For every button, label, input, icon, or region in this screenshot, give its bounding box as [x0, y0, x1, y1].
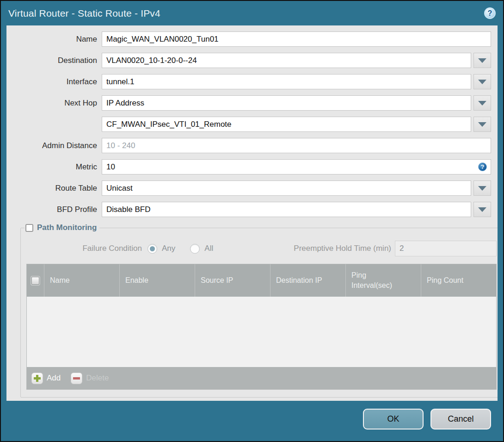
select-all-checkbox[interactable]: [31, 277, 39, 285]
interface-label: Interface: [13, 77, 102, 87]
next-hop-type-input[interactable]: [102, 95, 471, 111]
route-table-dropdown-button[interactable]: [473, 181, 491, 196]
preemptive-hold-time-label: Preemptive Hold Time (min): [294, 244, 395, 253]
bfd-profile-input[interactable]: [102, 202, 471, 217]
bfd-profile-dropdown-button[interactable]: [473, 202, 491, 217]
interface-input[interactable]: [102, 74, 471, 89]
form-row-interface: Interface: [13, 74, 491, 89]
delete-button-label: Delete: [86, 374, 109, 383]
dialog-body: Name Destination Interface Next Hop: [6, 25, 498, 401]
metric-label: Metric: [13, 162, 102, 172]
destination-input[interactable]: [102, 53, 471, 68]
table-header-ping-count[interactable]: Ping Count: [421, 264, 496, 297]
metric-help-icon[interactable]: ?: [478, 162, 487, 171]
table-header-enable[interactable]: Enable: [119, 264, 195, 297]
delete-button[interactable]: Delete: [71, 373, 109, 384]
failure-condition-label: Failure Condition: [24, 244, 148, 253]
path-monitoring-checkbox[interactable]: [25, 224, 33, 232]
table-header-row: Name Enable Source IP Destination IP Pin…: [27, 264, 496, 297]
table-footer-toolbar: Add Delete: [27, 367, 496, 389]
radio-unselected-icon: [190, 244, 200, 254]
bfd-profile-label: BFD Profile: [13, 205, 102, 214]
path-monitoring-title: Path Monitoring: [37, 223, 97, 232]
next-hop-address-input[interactable]: [102, 117, 471, 132]
failure-condition-any-label: Any: [162, 244, 175, 253]
dialog-titlebar: Virtual Router - Static Route - IPv4 ?: [1, 1, 503, 25]
destination-dropdown-button[interactable]: [473, 53, 491, 68]
next-hop-label: Next Hop: [13, 99, 102, 108]
form-row-next-hop-address: [13, 117, 491, 132]
add-button-label: Add: [47, 374, 61, 383]
table-header-ping-interval[interactable]: Ping Interval(sec): [345, 264, 421, 297]
admin-distance-label: Admin Distance: [13, 141, 102, 150]
destination-label: Destination: [13, 56, 102, 65]
add-icon: [31, 373, 43, 384]
form-row-destination: Destination: [13, 53, 491, 68]
form-row-route-table: Route Table: [13, 181, 491, 196]
table-body-empty[interactable]: [27, 297, 496, 367]
preemptive-hold-time-input: [395, 241, 497, 256]
next-hop-address-dropdown-button[interactable]: [473, 117, 491, 132]
chevron-down-icon: [478, 80, 486, 84]
name-label: Name: [13, 35, 102, 44]
chevron-down-icon: [478, 186, 486, 191]
cancel-button[interactable]: Cancel: [430, 409, 491, 430]
table-header-checkbox-cell: [27, 264, 44, 297]
chevron-down-icon: [478, 101, 486, 106]
chevron-down-icon: [478, 122, 486, 127]
form-row-name: Name: [13, 31, 491, 47]
path-monitoring-legend: Path Monitoring: [25, 223, 99, 232]
radio-selected-icon: [148, 244, 157, 254]
failure-condition-row: Failure Condition Any All Preemptive Hol…: [24, 241, 498, 256]
add-button[interactable]: Add: [31, 373, 61, 384]
delete-icon: [71, 373, 82, 384]
failure-condition-all-option[interactable]: All: [190, 244, 213, 254]
table-header-destination-ip[interactable]: Destination IP: [270, 264, 345, 297]
table-header-source-ip[interactable]: Source IP: [195, 264, 270, 297]
form-row-next-hop: Next Hop: [13, 95, 491, 111]
form-row-metric: Metric ?: [13, 159, 491, 174]
name-input[interactable]: [102, 31, 491, 47]
form-row-admin-distance: Admin Distance: [13, 138, 491, 153]
chevron-down-icon: [478, 207, 486, 212]
path-monitoring-table: Name Enable Source IP Destination IP Pin…: [26, 264, 497, 390]
ok-button[interactable]: OK: [363, 409, 424, 430]
dialog-title: Virtual Router - Static Route - IPv4: [8, 8, 484, 19]
failure-condition-all-label: All: [204, 244, 213, 253]
metric-input[interactable]: [102, 159, 491, 174]
table-header-name[interactable]: Name: [44, 264, 119, 297]
interface-dropdown-button[interactable]: [473, 74, 491, 89]
chevron-down-icon: [478, 58, 486, 63]
admin-distance-input[interactable]: [102, 138, 491, 153]
dialog-footer: OK Cancel: [1, 401, 503, 441]
next-hop-type-dropdown-button[interactable]: [473, 95, 491, 111]
failure-condition-any-option[interactable]: Any: [148, 244, 175, 254]
route-table-label: Route Table: [13, 184, 102, 193]
route-table-input[interactable]: [102, 181, 471, 196]
help-icon[interactable]: ?: [484, 7, 496, 19]
form-row-bfd-profile: BFD Profile: [13, 202, 491, 217]
path-monitoring-section: Path Monitoring Failure Condition Any Al…: [20, 223, 498, 398]
static-route-dialog: Virtual Router - Static Route - IPv4 ? N…: [1, 1, 503, 441]
